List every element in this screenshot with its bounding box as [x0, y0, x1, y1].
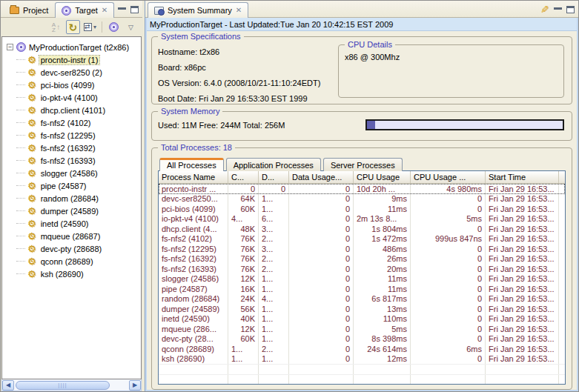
table-row[interactable]: devc-pty (28...60K1...08s 398ms0Fri Jan …: [159, 334, 565, 345]
dropdown-icon: ▾: [93, 24, 96, 30]
scrollbar-thumb[interactable]: [16, 381, 110, 390]
new-target-button[interactable]: [107, 20, 121, 34]
table-row[interactable]: procnto-instr ...00010d 20h ...4s 980msF…: [159, 184, 565, 194]
tree-item-label: fs-nfs2 (16392): [39, 144, 97, 153]
table-cell: 0: [259, 184, 289, 194]
scroll-left-icon[interactable]: ◀: [2, 380, 14, 391]
table-cell: 48K: [228, 224, 259, 234]
tree-item-process[interactable]: ⚙ fs-nfs2 (12295): [7, 129, 141, 142]
column-header-cpu-usage-[interactable]: CPU Usage ...: [411, 171, 486, 183]
tree-item-process[interactable]: ⚙ fs-nfs2 (4102): [7, 116, 141, 129]
tab-system-summary[interactable]: System Summary ✕: [148, 2, 248, 18]
column-header-blank[interactable]: [559, 171, 565, 183]
table-row[interactable]: ksh (28690)1...1...012ms0Fri Jan 29 16:5…: [159, 354, 565, 365]
maximize-button[interactable]: [566, 6, 575, 13]
tree-item-process[interactable]: ⚙ qconn (28689): [7, 255, 141, 268]
table-cell: 0: [411, 274, 486, 285]
tree-item-process[interactable]: ⚙ devc-pty (28688): [7, 242, 141, 255]
process-tab-application-processes[interactable]: Application Processes: [226, 158, 321, 171]
table-row[interactable]: fs-nfs2 (4102)76K2...01s 472ms999us 847n…: [159, 234, 565, 245]
column-header-c-[interactable]: C...: [228, 171, 259, 183]
table-cell: 1s 804ms: [354, 224, 411, 234]
process-gear-icon: ⚙: [27, 105, 36, 115]
tree-item-process[interactable]: ⚙ dumper (24589): [7, 205, 141, 217]
table-row[interactable]: dhcp.client (4...48K3...01s 804ms0Fri Ja…: [159, 224, 565, 234]
process-gear-icon: ⚙: [27, 55, 36, 64]
process-gear-icon: ⚙: [27, 231, 36, 241]
tab-project[interactable]: Project: [3, 2, 55, 18]
tree-item-process[interactable]: ⚙ pci-bios (4099): [7, 79, 141, 91]
column-header-data-usage-[interactable]: Data Usage...: [289, 171, 354, 183]
table-cell: 76K: [228, 254, 259, 265]
table-row[interactable]: inetd (24590)40K1...0110ms0Fri Jan 29 16…: [159, 314, 565, 325]
process-tab-all-processes[interactable]: All Processes: [159, 158, 224, 171]
refresh-button[interactable]: ↻: [66, 20, 80, 34]
memory-used-segment: [367, 121, 375, 129]
column-header-process-name[interactable]: Process Name: [159, 171, 228, 183]
os-version-value: OS Version: 6.4.0 (2008/10/21-11:10:24ED…: [158, 76, 320, 91]
close-icon[interactable]: ✕: [102, 7, 107, 14]
table-cell: 5ms: [411, 214, 486, 225]
view-menu-button[interactable]: ▽: [124, 20, 138, 34]
tree-item-label: ksh (28690): [39, 270, 85, 279]
table-row[interactable]: fs-nfs2 (16393)76K2...020ms0Fri Jan 29 1…: [159, 264, 565, 274]
maximize-button[interactable]: [130, 6, 139, 13]
table-row[interactable]: random (28684)24K4...06s 817ms0Fri Jan 2…: [159, 294, 565, 305]
table-cell: Fri Jan 29 16:53...: [486, 314, 559, 325]
target-icon: [62, 6, 71, 16]
table-row[interactable]: devc-ser8250...64K1...09ms0Fri Jan 29 16…: [159, 194, 565, 205]
table-cell: dumper (24589): [159, 304, 228, 314]
table-cell: 0: [289, 274, 354, 285]
tree-item-label: inetd (24590): [39, 219, 90, 228]
tree-item-process[interactable]: ⚙ devc-ser8250 (2): [7, 66, 141, 79]
close-icon[interactable]: ✕: [236, 7, 242, 14]
tree-root-myproductiontarget[interactable]: − MyProductionTarget (t2x86): [7, 41, 141, 53]
tree-item-process[interactable]: ⚙ io-pkt-v4 (4100): [7, 91, 141, 104]
table-cell: 0: [411, 224, 486, 234]
column-header-cpu-usage[interactable]: CPU Usage: [354, 171, 411, 183]
table-cell: 0: [411, 194, 486, 205]
collapse-icon[interactable]: −: [7, 44, 13, 50]
column-header-d-[interactable]: D...: [259, 171, 289, 183]
tab-target[interactable]: Target ✕: [55, 2, 114, 18]
table-cell: [159, 375, 228, 385]
layout-button[interactable]: ▾: [83, 20, 97, 34]
pencil-icon[interactable]: ✎: [540, 5, 549, 14]
table-row[interactable]: slogger (24586)12K1...011ms0Fri Jan 29 1…: [159, 274, 565, 285]
tree-item-process[interactable]: ⚙ ksh (28690): [7, 268, 141, 280]
table-row[interactable]: qconn (28689)1...2...024s 614ms6msFri Ja…: [159, 344, 565, 354]
table-cell: 999us 847ns: [411, 234, 486, 245]
table-row[interactable]: dumper (24589)56K1...013ms0Fri Jan 29 16…: [159, 304, 565, 314]
tree-item-process[interactable]: ⚙ slogger (24586): [7, 167, 141, 179]
table-row[interactable]: io-pkt-v4 (4100)4...6...02m 13s 8...5msF…: [159, 214, 565, 225]
tree-item-process[interactable]: ⚙ inetd (24590): [7, 217, 141, 230]
scroll-right-icon[interactable]: ▶: [129, 380, 141, 391]
table-row[interactable]: mqueue (286...12K1...05ms0Fri Jan 29 16:…: [159, 324, 565, 334]
table-cell: 0: [289, 214, 354, 225]
tree-item-process[interactable]: ⚙ procnto-instr (1): [7, 53, 141, 66]
table-cell: 1...: [259, 354, 289, 365]
table-row[interactable]: pipe (24587)16K1...011ms0Fri Jan 29 16:5…: [159, 284, 565, 294]
table-cell: 1s 472ms: [354, 234, 411, 245]
sort-button[interactable]: AZ↑: [49, 20, 63, 34]
tree-item-process[interactable]: ⚙ mqueue (28687): [7, 230, 141, 242]
table-cell: [259, 365, 289, 374]
tree-item-process[interactable]: ⚙ fs-nfs2 (16393): [7, 154, 141, 167]
table-cell: mqueue (286...: [159, 324, 228, 334]
minimize-button[interactable]: [118, 7, 126, 14]
table-row[interactable]: pci-bios (4099)60K1...011ms0Fri Jan 29 1…: [159, 204, 565, 214]
table-cell: 2...: [259, 344, 289, 354]
table-cell: [559, 365, 565, 374]
tree-item-process[interactable]: ⚙ fs-nfs2 (16392): [7, 142, 141, 154]
horizontal-scrollbar[interactable]: ◀ ▶: [1, 379, 142, 391]
table-cell: fs-nfs2 (4102): [159, 234, 228, 245]
table-row[interactable]: fs-nfs2 (16392)76K2...026ms0Fri Jan 29 1…: [159, 254, 565, 265]
minimize-button[interactable]: [554, 7, 562, 14]
table-row[interactable]: fs-nfs2 (12295)76K3...0486ms0Fri Jan 29 …: [159, 244, 565, 254]
process-gear-icon: ⚙: [27, 80, 36, 90]
column-header-start-time[interactable]: Start Time: [486, 171, 559, 183]
process-tab-server-processes[interactable]: Server Processes: [323, 158, 403, 171]
tree-item-process[interactable]: ⚙ dhcp.client (4101): [7, 104, 141, 116]
tree-item-process[interactable]: ⚙ random (28684): [7, 192, 141, 205]
tree-item-process[interactable]: ⚙ pipe (24587): [7, 179, 141, 192]
